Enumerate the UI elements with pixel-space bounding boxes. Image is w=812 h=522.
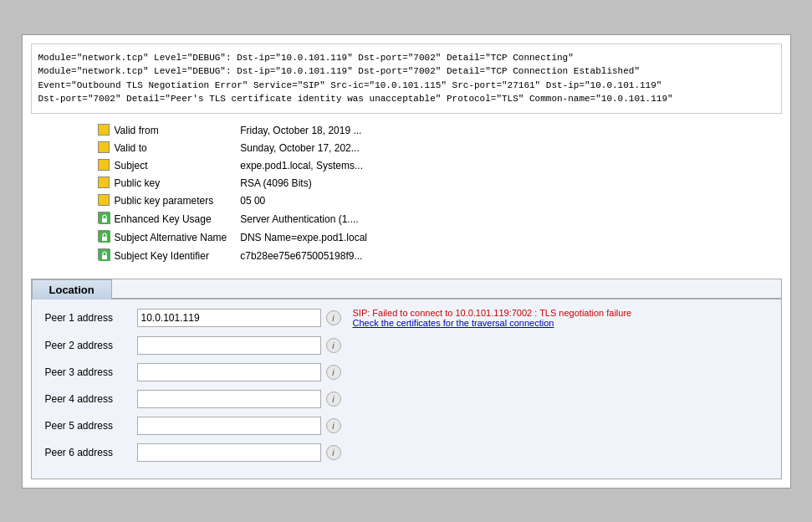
yellow-icon-4 bbox=[98, 194, 110, 206]
cert-label-public-key: Public key bbox=[115, 175, 241, 192]
cert-row-public-key-params: Public key parameters 05 00 bbox=[98, 192, 368, 210]
cert-table: Valid from Friday, October 18, 2019 ... … bbox=[31, 122, 782, 265]
yellow-icon-1 bbox=[98, 141, 110, 153]
yellow-icon-3 bbox=[98, 177, 110, 188]
cert-label-valid-from: Valid from bbox=[115, 122, 241, 140]
peer-1-error-link[interactable]: Check the certificates for the traversal… bbox=[353, 318, 768, 328]
peer-1-input[interactable] bbox=[137, 309, 321, 327]
peer-1-label: Peer 1 address bbox=[45, 312, 137, 324]
cert-row-subject-key-id: Subject Key Identifier c7b28ee75e6750051… bbox=[98, 247, 368, 265]
peer-2-label: Peer 2 address bbox=[45, 340, 137, 351]
cert-icon-public-key bbox=[98, 175, 115, 192]
location-tab[interactable]: Location bbox=[32, 279, 112, 299]
log-line-1: Module="network.tcp" Level="DEBUG": Dst-… bbox=[38, 51, 774, 65]
cert-row-subject-alt-name: Subject Alternative Name DNS Name=expe.p… bbox=[98, 228, 368, 247]
cert-label-subject: Subject bbox=[115, 157, 241, 175]
peer-5-label: Peer 5 address bbox=[45, 420, 137, 432]
peer-row-6: Peer 6 address i bbox=[45, 443, 768, 462]
cert-row-public-key: Public key RSA (4096 Bits) bbox=[98, 175, 368, 192]
peer-row-1: Peer 1 address i SIP: Failed to connect … bbox=[45, 308, 768, 328]
cert-icon-valid-to bbox=[98, 140, 115, 157]
cert-icon-subject-key-id bbox=[98, 247, 115, 265]
peer-2-input[interactable] bbox=[137, 336, 321, 355]
peer-2-info-icon[interactable]: i bbox=[326, 338, 341, 353]
cert-row-valid-to: Valid to Sunday, October 17, 202... bbox=[98, 140, 368, 157]
cert-value-valid-to: Sunday, October 17, 202... bbox=[240, 140, 367, 157]
green-icon-6 bbox=[98, 230, 110, 242]
cert-label-subject-key-id: Subject Key Identifier bbox=[115, 247, 241, 265]
peer-5-input[interactable] bbox=[137, 417, 321, 435]
cert-row-enhanced-key-usage: Enhanced Key Usage Server Authentication… bbox=[98, 210, 368, 228]
log-line-3: Event="Outbound TLS Negotiation Error" S… bbox=[38, 79, 774, 93]
peer-1-error: SIP: Failed to connect to 10.0.101.119:7… bbox=[353, 308, 768, 328]
main-container: Module="network.tcp" Level="DEBUG": Dst-… bbox=[22, 34, 791, 489]
cert-row-valid-from: Valid from Friday, October 18, 2019 ... bbox=[98, 122, 368, 140]
svg-rect-5 bbox=[102, 255, 107, 259]
yellow-icon-0 bbox=[98, 124, 110, 136]
log-line-4: Dst-port="7002" Detail="Peer's TLS certi… bbox=[38, 92, 774, 106]
cert-label-subject-alt-name: Subject Alternative Name bbox=[115, 228, 241, 247]
peer-row-5: Peer 5 address i bbox=[45, 417, 768, 435]
cert-table-inner: Valid from Friday, October 18, 2019 ... … bbox=[98, 122, 368, 265]
green-icon-5 bbox=[98, 212, 110, 223]
peer-4-info-icon[interactable]: i bbox=[326, 392, 341, 407]
cert-icon-valid-from bbox=[98, 122, 115, 140]
peer-6-input[interactable] bbox=[137, 443, 321, 462]
cert-value-public-key-params: 05 00 bbox=[240, 192, 367, 210]
peer-3-label: Peer 3 address bbox=[45, 366, 137, 378]
cert-value-enhanced-key-usage: Server Authentication (1.... bbox=[240, 210, 367, 228]
tab-line bbox=[112, 298, 781, 299]
svg-rect-1 bbox=[102, 218, 107, 223]
peer-4-label: Peer 4 address bbox=[45, 393, 137, 405]
peer-row-2: Peer 2 address i bbox=[45, 336, 768, 355]
cert-label-valid-to: Valid to bbox=[115, 140, 241, 157]
cert-icon-public-key-params bbox=[98, 192, 115, 210]
cert-value-subject-alt-name: DNS Name=expe.pod1.local bbox=[240, 228, 367, 247]
peer-6-info-icon[interactable]: i bbox=[326, 445, 341, 460]
peer-5-info-icon[interactable]: i bbox=[326, 418, 341, 433]
peer-1-info-icon[interactable]: i bbox=[326, 310, 341, 325]
peer-row-4: Peer 4 address i bbox=[45, 390, 768, 408]
cert-icon-subject-alt-name bbox=[98, 228, 115, 247]
cert-icon-subject bbox=[98, 157, 115, 175]
location-header-row: Location bbox=[32, 279, 781, 299]
cert-label-public-key-params: Public key parameters bbox=[115, 192, 241, 210]
cert-value-public-key: RSA (4096 Bits) bbox=[240, 175, 367, 192]
cert-label-enhanced-key-usage: Enhanced Key Usage bbox=[115, 210, 241, 228]
yellow-icon-2 bbox=[98, 159, 110, 171]
peer-3-input[interactable] bbox=[137, 363, 321, 381]
peer-6-label: Peer 6 address bbox=[45, 447, 137, 458]
cert-value-subject-key-id: c7b28ee75e675005198f9... bbox=[240, 247, 367, 265]
location-body: Peer 1 address i SIP: Failed to connect … bbox=[32, 299, 781, 478]
cert-value-subject: expe.pod1.local, Systems... bbox=[240, 157, 367, 175]
green-icon-7 bbox=[98, 248, 110, 260]
log-line-2: Module="network.tcp" Level="DEBUG": Dst-… bbox=[38, 64, 774, 79]
cert-row-subject: Subject expe.pod1.local, Systems... bbox=[98, 157, 368, 175]
peer-3-info-icon[interactable]: i bbox=[326, 365, 341, 380]
cert-icon-enhanced-key-usage bbox=[98, 210, 115, 228]
peer-row-3: Peer 3 address i bbox=[45, 363, 768, 381]
peer-4-input[interactable] bbox=[137, 390, 321, 408]
cert-value-valid-from: Friday, October 18, 2019 ... bbox=[240, 122, 367, 140]
log-section: Module="network.tcp" Level="DEBUG": Dst-… bbox=[31, 44, 782, 114]
location-section: Location Peer 1 address i SIP: Failed to… bbox=[31, 279, 782, 479]
peer-1-error-text: SIP: Failed to connect to 10.0.101.119:7… bbox=[353, 308, 632, 318]
svg-rect-3 bbox=[102, 237, 107, 241]
location-tab-label: Location bbox=[49, 284, 94, 296]
